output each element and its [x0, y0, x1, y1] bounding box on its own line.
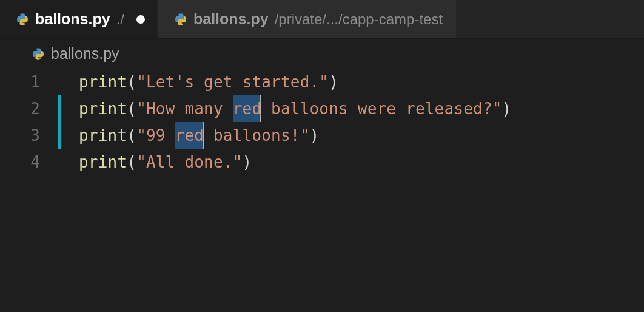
code-line[interactable]: print("99 red balloons!") [70, 122, 644, 149]
token-paren: ) [329, 69, 338, 95]
gutter-row: 2 [0, 95, 70, 122]
token-string: balloons!" [204, 122, 309, 149]
selected-text: red [233, 95, 262, 122]
selected-text: red [175, 122, 204, 149]
tab-bar: ballons.py./ ballons.py/private/.../capp… [0, 0, 644, 39]
line-number: 3 [0, 126, 44, 144]
token-function: print [79, 95, 127, 122]
change-bar-icon [58, 122, 61, 149]
token-function: print [79, 149, 127, 175]
code-line[interactable]: print("Let's get started.") [70, 69, 644, 95]
gutter-row: 3 [0, 122, 70, 149]
breadcrumb-filename: ballons.py [51, 45, 119, 63]
token-paren: ( [127, 122, 136, 149]
line-number: 4 [0, 153, 44, 171]
tab-pathhint: ./ [116, 11, 124, 28]
token-paren: ( [127, 149, 136, 175]
gutter-row: 1 [0, 69, 70, 95]
change-bar-icon [58, 95, 61, 122]
token-paren: ( [127, 69, 136, 95]
token-function: print [79, 122, 127, 149]
token-paren: ) [502, 95, 512, 122]
token-string: "How many [136, 95, 233, 122]
editor-window: ballons.py./ ballons.py/private/.../capp… [0, 0, 644, 312]
python-icon [32, 47, 45, 61]
token-string: "Let's get started." [136, 69, 329, 95]
token-string: balloons were released?" [261, 95, 501, 122]
python-icon [16, 13, 29, 26]
token-string: "99 [136, 122, 175, 149]
token-paren: ( [127, 95, 136, 122]
code-line[interactable]: print("All done.") [70, 149, 644, 175]
tab-pathhint: /private/.../capp-camp-test [275, 11, 443, 28]
code-content[interactable]: print("Let's get started.")print("How ma… [70, 69, 644, 312]
token-function: print [79, 69, 127, 95]
line-number: 1 [0, 73, 44, 91]
change-bar-icon [58, 149, 61, 175]
line-number: 2 [0, 100, 44, 118]
gutter-row: 4 [0, 149, 70, 175]
breadcrumb[interactable]: ballons.py [0, 39, 644, 66]
token-paren: ) [310, 122, 320, 149]
python-icon [174, 13, 187, 26]
token-paren: ) [243, 149, 252, 175]
editor-tab[interactable]: ballons.py./ [0, 0, 158, 38]
change-bar-icon [58, 69, 61, 95]
code-editor[interactable]: 1234 print("Let's get started.")print("H… [0, 66, 644, 312]
line-gutter: 1234 [0, 69, 70, 312]
tab-filename: ballons.py [193, 10, 269, 28]
editor-tab[interactable]: ballons.py/private/.../capp-camp-test [158, 0, 456, 38]
code-line[interactable]: print("How many red balloons were releas… [70, 95, 644, 122]
dirty-indicator-icon [136, 15, 145, 24]
token-string: "All done." [136, 149, 242, 175]
tab-filename: ballons.py [35, 10, 110, 28]
